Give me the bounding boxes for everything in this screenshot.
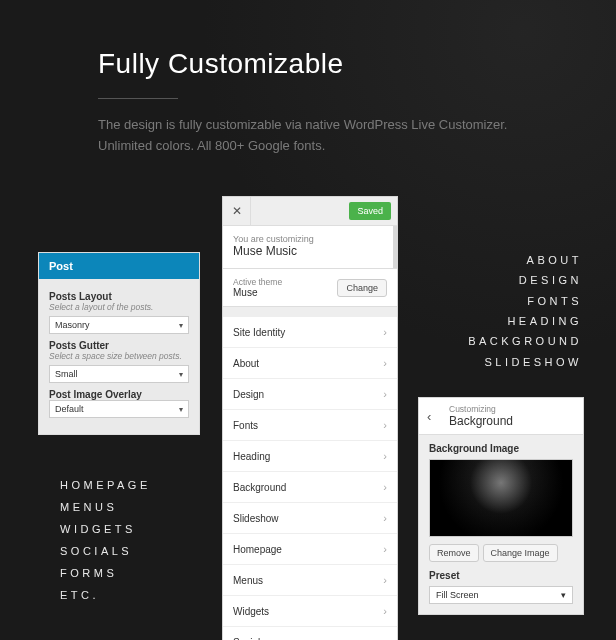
section-label: Homepage — [233, 544, 282, 555]
caret-down-icon: ▾ — [561, 590, 566, 600]
customizer-section-row[interactable]: Slideshow› — [223, 503, 397, 534]
post-field-value: Default — [55, 404, 84, 414]
customizer-section-row[interactable]: Fonts› — [223, 410, 397, 441]
list-item: MENUS — [60, 496, 151, 518]
background-image-label: Background Image — [429, 443, 573, 454]
post-field-select[interactable]: Masonry▾ — [49, 316, 189, 334]
background-image-preview[interactable] — [429, 459, 573, 537]
post-field-hint: Select a layout of the posts. — [49, 302, 189, 312]
section-label: Heading — [233, 451, 270, 462]
page-description: The design is fully customizable via nat… — [0, 99, 616, 157]
customizing-label: You are customizing — [233, 234, 387, 244]
post-field-label: Posts Gutter — [49, 340, 189, 351]
post-field-select[interactable]: Small▾ — [49, 365, 189, 383]
customizer-section-row[interactable]: Homepage› — [223, 534, 397, 565]
list-item: DESIGN — [468, 270, 582, 290]
chevron-right-icon: › — [383, 574, 387, 586]
caret-down-icon: ▾ — [179, 370, 183, 379]
customizer-section-row[interactable]: Menus› — [223, 565, 397, 596]
preset-select[interactable]: Fill Screen ▾ — [429, 586, 573, 604]
post-field-select[interactable]: Default▾ — [49, 400, 189, 418]
post-panel-header: Post — [39, 253, 199, 279]
breadcrumb-label: Customizing — [449, 404, 513, 414]
list-item: HEADING — [468, 311, 582, 331]
post-settings-panel: Post Posts LayoutSelect a layout of the … — [38, 252, 200, 435]
section-label: About — [233, 358, 259, 369]
post-field-value: Masonry — [55, 320, 90, 330]
section-label: Socials — [233, 637, 265, 641]
chevron-right-icon: › — [383, 512, 387, 524]
chevron-right-icon: › — [383, 326, 387, 338]
section-label: Fonts — [233, 420, 258, 431]
post-field-hint: Select a space size between posts. — [49, 351, 189, 361]
chevron-right-icon: › — [383, 450, 387, 462]
change-image-button[interactable]: Change Image — [483, 544, 558, 562]
post-panel-body: Posts LayoutSelect a layout of the posts… — [39, 279, 199, 434]
site-title: Muse Music — [233, 244, 387, 258]
background-panel-header: ‹ Customizing Background — [419, 398, 583, 435]
chevron-right-icon: › — [383, 543, 387, 555]
list-item: ETC. — [60, 584, 151, 606]
chevron-right-icon: › — [383, 419, 387, 431]
close-icon[interactable]: ✕ — [223, 197, 251, 225]
chevron-right-icon: › — [383, 636, 387, 640]
section-label: Widgets — [233, 606, 269, 617]
caret-down-icon: ▾ — [179, 405, 183, 414]
section-label: Background — [233, 482, 286, 493]
background-panel: ‹ Customizing Background Background Imag… — [418, 397, 584, 615]
list-item: WIDGETS — [60, 518, 151, 540]
customizer-section-row[interactable]: About› — [223, 348, 397, 379]
feature-list-left: HOMEPAGEMENUSWIDGETSSOCIALSFORMSETC. — [60, 474, 151, 606]
chevron-right-icon: › — [383, 388, 387, 400]
list-item: FORMS — [60, 562, 151, 584]
list-item: HOMEPAGE — [60, 474, 151, 496]
list-item: BACKGROUND — [468, 331, 582, 351]
customizer-section-row[interactable]: Socials› — [223, 627, 397, 640]
change-theme-button[interactable]: Change — [337, 279, 387, 297]
customizer-section-row[interactable]: Design› — [223, 379, 397, 410]
scrollbar[interactable] — [393, 226, 397, 268]
customizer-topbar: ✕ Saved — [223, 197, 397, 226]
active-theme-name: Muse — [233, 287, 282, 298]
customizer-heading: You are customizing Muse Music — [223, 226, 397, 269]
spacer — [223, 307, 397, 317]
breadcrumb-title: Background — [449, 414, 513, 428]
section-label: Slideshow — [233, 513, 279, 524]
chevron-right-icon: › — [383, 605, 387, 617]
chevron-right-icon: › — [383, 357, 387, 369]
preset-label: Preset — [429, 570, 573, 581]
back-icon[interactable]: ‹ — [427, 409, 443, 424]
post-field-label: Post Image Overlay — [49, 389, 189, 400]
customizer-section-row[interactable]: Background› — [223, 472, 397, 503]
customizer-section-row[interactable]: Widgets› — [223, 596, 397, 627]
list-item: FONTS — [468, 291, 582, 311]
saved-button[interactable]: Saved — [349, 202, 391, 220]
section-label: Menus — [233, 575, 263, 586]
section-label: Design — [233, 389, 264, 400]
page-title: Fully Customizable — [0, 0, 616, 80]
active-theme-row: Active theme Muse Change — [223, 269, 397, 307]
customizer-panel: ✕ Saved You are customizing Muse Music A… — [222, 196, 398, 640]
list-item: ABOUT — [468, 250, 582, 270]
customizer-section-row[interactable]: Heading› — [223, 441, 397, 472]
caret-down-icon: ▾ — [179, 321, 183, 330]
list-item: SLIDESHOW — [468, 352, 582, 372]
customizer-section-row[interactable]: Site Identity› — [223, 317, 397, 348]
post-field-value: Small — [55, 369, 78, 379]
section-label: Site Identity — [233, 327, 285, 338]
remove-image-button[interactable]: Remove — [429, 544, 479, 562]
active-theme-label: Active theme — [233, 277, 282, 287]
post-field-label: Posts Layout — [49, 291, 189, 302]
preset-value: Fill Screen — [436, 590, 479, 600]
feature-list-right: ABOUTDESIGNFONTSHEADINGBACKGROUNDSLIDESH… — [468, 250, 582, 372]
chevron-right-icon: › — [383, 481, 387, 493]
list-item: SOCIALS — [60, 540, 151, 562]
